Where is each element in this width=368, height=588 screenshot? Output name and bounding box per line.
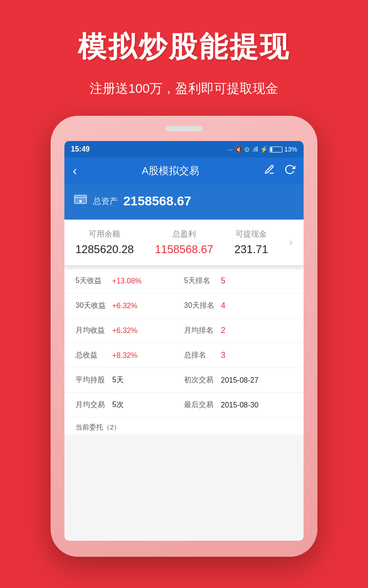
stat-right-value: 2 <box>221 326 225 335</box>
withdrawable: 可提现金 231.71 <box>234 229 268 256</box>
stat-left-value: 5天 <box>112 375 124 385</box>
stat-right-name: 月均排名 <box>184 326 221 335</box>
stat-right-col: 初次交易2015-08-27 <box>184 375 293 385</box>
stat-left-value: +6.32% <box>112 327 138 335</box>
battery-icon <box>270 147 282 153</box>
stat-right-col: 5天排名5 <box>184 276 293 286</box>
stat-left-name: 月均收益 <box>75 326 112 335</box>
app-background: 模拟炒股能提现 注册送100万，盈利即可提取现金 15:49 ··· 🔇 ⊙ .… <box>0 0 368 588</box>
stat-right-col: 总排名3 <box>184 351 293 360</box>
stat-row: 5天收益+13.08%5天排名5 <box>64 269 304 294</box>
assets-value: 2158568.67 <box>123 194 191 209</box>
stat-right-name: 30天排名 <box>184 301 221 311</box>
stat-right-name: 5天排名 <box>184 276 221 286</box>
stats-list: 5天收益+13.08%5天排名530天收益+6.32%30天排名4月均收益+6.… <box>64 269 304 418</box>
battery-percent: 13% <box>284 146 297 153</box>
refresh-icon[interactable] <box>284 164 295 178</box>
phone-speaker <box>166 126 202 131</box>
nav-actions <box>264 164 295 178</box>
assets-icon <box>74 192 87 209</box>
stat-right-value: 3 <box>221 351 225 360</box>
available-balance: 可用余额 1285620.28 <box>75 229 134 256</box>
withdrawable-value: 231.71 <box>234 243 268 256</box>
network-icon: .ıll <box>252 146 258 153</box>
stat-row: 总收益+8.32%总排名3 <box>64 343 304 368</box>
stat-left-col: 月均交易5次 <box>75 400 184 410</box>
phone-frame: 15:49 ··· 🔇 ⊙ .ıll ⚡ 13% ‹ A股模拟交易 <box>51 116 317 557</box>
profit-label: 总盈利 <box>172 229 196 239</box>
stat-left-name: 5天收益 <box>75 276 112 286</box>
chevron-right-icon[interactable]: › <box>289 237 293 249</box>
main-headline: 模拟炒股能提现 <box>78 28 290 66</box>
stat-row: 月均交易5次最后交易2015-08-30 <box>64 393 304 418</box>
status-time: 15:49 <box>71 145 90 153</box>
nav-bar: ‹ A股模拟交易 <box>64 158 304 184</box>
stat-right-name: 总排名 <box>184 351 221 360</box>
stat-left-name: 总收益 <box>75 351 112 360</box>
brush-icon[interactable] <box>264 164 275 178</box>
stat-row: 月均收益+6.32%月均排名2 <box>64 318 304 343</box>
stat-right-col: 最后交易2015-08-30 <box>184 400 293 410</box>
summary-card[interactable]: 可用余额 1285620.28 总盈利 1158568.67 可提现金 231.… <box>64 220 304 265</box>
stat-right-col: 30天排名4 <box>184 301 293 311</box>
status-bar: 15:49 ··· 🔇 ⊙ .ıll ⚡ 13% <box>64 141 304 158</box>
stat-left-value: +8.32% <box>112 351 138 360</box>
signal-dots: ··· <box>227 146 233 153</box>
back-button[interactable]: ‹ <box>73 164 77 178</box>
stat-left-col: 平均持股5天 <box>75 375 184 385</box>
stat-row: 平均持股5天初次交易2015-08-27 <box>64 368 304 393</box>
total-profit: 总盈利 1158568.67 <box>155 229 213 256</box>
mute-icon: 🔇 <box>235 146 242 153</box>
stat-right-value: 4 <box>221 301 225 311</box>
status-icons: ··· 🔇 ⊙ .ıll ⚡ 13% <box>227 146 297 153</box>
withdrawable-label: 可提现金 <box>236 229 267 239</box>
sub-headline: 注册送100万，盈利即可提取现金 <box>90 80 279 97</box>
stat-right-value: 5 <box>221 276 225 286</box>
bottom-section-title: 当前委托（2） <box>64 418 304 435</box>
stat-right-value: 2015-08-27 <box>221 376 259 384</box>
stat-right-name: 最后交易 <box>184 400 221 410</box>
lightning-icon: ⚡ <box>260 146 268 153</box>
stat-left-name: 月均交易 <box>75 400 112 410</box>
available-value: 1285620.28 <box>75 243 134 256</box>
stat-left-name: 30天收益 <box>75 301 112 311</box>
stat-left-value: +6.32% <box>112 302 138 310</box>
stat-right-value: 2015-08-30 <box>221 401 259 409</box>
assets-label: 总资产 <box>93 196 118 207</box>
stat-left-col: 总收益+8.32% <box>75 351 184 360</box>
stat-row: 30天收益+6.32%30天排名4 <box>64 294 304 318</box>
stat-left-name: 平均持股 <box>75 375 112 385</box>
stat-left-value: 5次 <box>112 400 124 410</box>
stat-left-col: 月均收益+6.32% <box>75 326 184 335</box>
profit-value: 1158568.67 <box>155 243 213 256</box>
stat-right-col: 月均排名2 <box>184 326 293 335</box>
stat-left-value: +13.08% <box>112 277 142 285</box>
phone-screen: 15:49 ··· 🔇 ⊙ .ıll ⚡ 13% ‹ A股模拟交易 <box>64 141 304 541</box>
assets-area: 总资产 2158568.67 <box>64 184 304 220</box>
stat-right-name: 初次交易 <box>184 375 221 385</box>
svg-point-2 <box>79 200 82 203</box>
stat-left-col: 5天收益+13.08% <box>75 276 184 286</box>
stat-left-col: 30天收益+6.32% <box>75 301 184 311</box>
nav-title: A股模拟交易 <box>142 164 199 178</box>
available-label: 可用余额 <box>89 229 120 239</box>
wifi-icon: ⊙ <box>244 146 250 153</box>
